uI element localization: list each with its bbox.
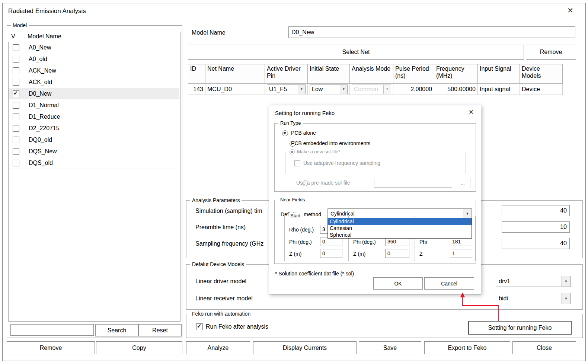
chevron-down-icon: ▼ [383, 85, 391, 94]
model-name-field[interactable] [288, 26, 575, 38]
cell-device-models[interactable]: Device [520, 84, 563, 95]
list-item[interactable]: ACK_old [9, 76, 179, 88]
make-new-sol-legend: Make a new sol-file* [288, 149, 342, 155]
cell-active-driver-pin: U1_F5 ▼ [265, 84, 308, 95]
initial-state-combo[interactable]: Low ▼ [310, 84, 348, 94]
z-end-field[interactable] [385, 249, 409, 258]
preamble-time-field[interactable] [502, 221, 570, 233]
list-item[interactable]: DQ0_old [9, 134, 179, 146]
list-item[interactable]: A0_old [9, 53, 179, 65]
model-name: D1_Normal [29, 102, 59, 109]
simulation-time-label: Simulation (sampling) tim [195, 208, 262, 214]
net-remove-button[interactable]: Remove [526, 45, 576, 60]
linear-receiver-label: Linear receiver model [195, 295, 253, 302]
model-checkbox[interactable] [13, 67, 19, 74]
cell-initial-state: Low ▼ [308, 84, 350, 95]
model-checkbox[interactable] [13, 160, 19, 166]
close-button[interactable]: Close [512, 341, 576, 354]
save-button[interactable]: Save [359, 341, 421, 354]
dropdown-option-spherical[interactable]: Spherical [328, 232, 472, 238]
linear-receiver-combo[interactable]: bidi ▼ [496, 293, 571, 304]
ok-button[interactable]: OK [373, 277, 423, 290]
setting-for-running-feko-button[interactable]: Setting for running Feko [468, 321, 572, 335]
z-start-label: Z (m) [289, 251, 301, 257]
list-item[interactable]: A0_New [9, 42, 179, 54]
list-item-selected[interactable]: D0_New [9, 88, 179, 100]
model-col-check-header: V [11, 33, 15, 40]
model-name: A0_New [29, 44, 51, 51]
model-name: DQS_New [29, 148, 57, 155]
model-col-name-header: Model Name [28, 33, 61, 40]
pcb-alone-label: PCB alone [291, 130, 316, 136]
col-device-models: Device Models [520, 64, 563, 84]
search-button[interactable]: Search [95, 324, 138, 336]
cell-id: 143 [188, 84, 205, 95]
reset-button[interactable]: Reset [138, 324, 182, 336]
browse-button: ... [455, 178, 470, 188]
analysis-parameters-legend: Analysis Parameters [190, 197, 242, 204]
z-points-field[interactable] [450, 249, 472, 258]
col-input-signal: Input Signal [478, 64, 520, 84]
chevron-down-icon[interactable]: ▼ [562, 293, 570, 304]
dropdown-option-cartesian[interactable]: Cartesian [328, 225, 472, 232]
pcb-alone-radio[interactable] [282, 130, 288, 136]
chevron-down-icon[interactable]: ▼ [298, 85, 305, 94]
make-new-sol-radio [290, 149, 295, 154]
search-input[interactable] [10, 324, 94, 336]
analyze-button[interactable]: Analyze [186, 341, 250, 354]
model-checkbox[interactable] [13, 79, 19, 86]
start-legend: Start [288, 213, 302, 219]
run-feko-checkbox[interactable] [196, 323, 203, 330]
col-frequency: Frequency (MHz) [434, 64, 478, 84]
cell-pulse-period[interactable]: 2.00000 [393, 84, 434, 95]
z-start-field[interactable] [320, 249, 342, 258]
dropdown-option-cylindrical[interactable]: Cylindrical [328, 218, 472, 225]
list-item[interactable]: DQS_New [9, 146, 179, 157]
display-currents-button[interactable]: Display Currents [253, 341, 357, 354]
linear-driver-combo[interactable]: drv1 ▼ [496, 276, 571, 287]
export-to-feko-button[interactable]: Export to Feko [424, 341, 510, 354]
chevron-down-icon[interactable]: ▼ [562, 276, 570, 287]
cell-input-signal[interactable]: Input signal [478, 84, 520, 95]
model-checkbox[interactable] [13, 114, 19, 120]
sol-footnote: * Solution coefficient dat file (*.sol) [275, 271, 354, 277]
model-checkbox[interactable] [13, 148, 19, 155]
cell-net-name: MCU_D0 [205, 84, 265, 95]
model-checkbox[interactable] [13, 90, 19, 97]
make-new-sol-group: Make a new sol-file* Use adaptive freque… [285, 152, 466, 174]
dialog-title: Setting for running Feko [275, 110, 335, 116]
feko-run-legend: Feko run with automation [190, 310, 252, 317]
list-item[interactable]: DQS_old [9, 157, 179, 169]
phi-points-label: Phi [419, 239, 427, 245]
near-fields-group: Near Fields Definition method Cylindrica… [274, 200, 476, 264]
near-fields-legend: Near Fields [278, 197, 307, 203]
window-title: Radiated Emission Analysis [8, 7, 86, 15]
model-checkbox[interactable] [13, 125, 19, 132]
default-device-models-legend: Defalut Device Models [190, 261, 246, 268]
model-name: DQ0_old [29, 137, 52, 143]
model-name: ACK_New [29, 67, 56, 74]
model-checkbox[interactable] [13, 137, 19, 143]
cell-frequency[interactable]: 500.00000 [434, 84, 478, 95]
active-driver-pin-combo[interactable]: U1_F5 ▼ [267, 84, 306, 94]
list-item[interactable]: D2_220715 [9, 122, 179, 134]
list-item[interactable]: ACK_New [9, 65, 179, 77]
window-close-icon[interactable]: ✕ [567, 7, 573, 14]
cancel-button[interactable]: Cancel [424, 277, 474, 290]
header-divider [24, 32, 24, 42]
list-item[interactable]: D1_Reduce [9, 111, 179, 123]
model-checkbox[interactable] [13, 56, 19, 63]
dialog-close-icon[interactable]: ✕ [469, 109, 474, 116]
select-net-button[interactable]: Select Net [188, 45, 524, 60]
list-item[interactable]: D1_Normal [9, 99, 179, 111]
col-active-driver-pin: Active Driver Pin [265, 64, 308, 84]
model-copy-button[interactable]: Copy [96, 341, 182, 354]
model-checkbox[interactable] [13, 102, 19, 109]
run-type-legend: Run Type [278, 120, 303, 127]
simulation-time-field[interactable] [502, 205, 570, 216]
chevron-down-icon[interactable]: ▼ [340, 85, 347, 94]
sampling-frequency-field[interactable] [502, 238, 570, 249]
run-type-group: Run Type PCB alone PCB embedded into env… [274, 123, 476, 192]
model-checkbox[interactable] [13, 44, 19, 51]
model-remove-button[interactable]: Remove [7, 341, 95, 354]
